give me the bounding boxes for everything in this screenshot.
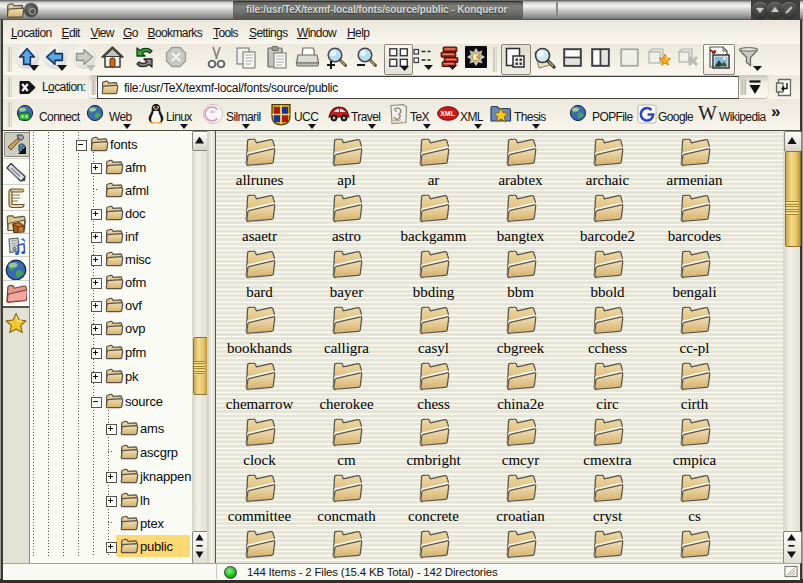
svg-text:Ain: Ain xyxy=(211,110,216,114)
svg-text:XML: XML xyxy=(440,110,456,117)
